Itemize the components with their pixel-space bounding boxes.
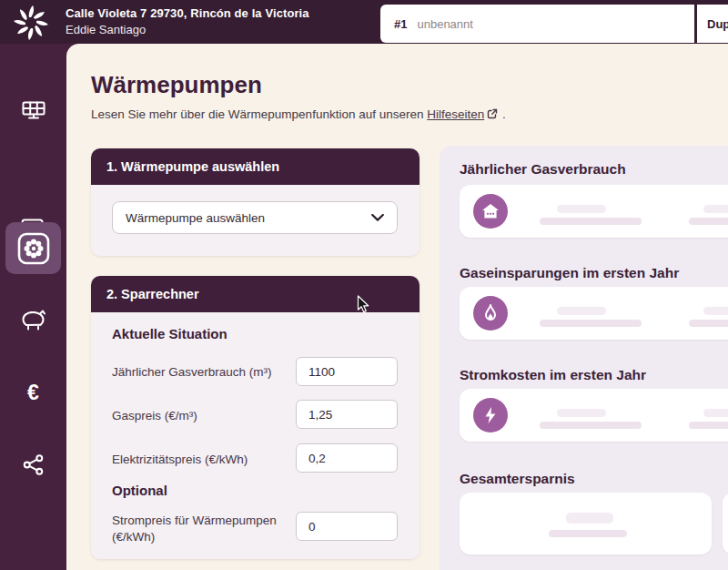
select-card-title: 1. Wärmepumpe auswählen: [91, 148, 420, 185]
flame-icon-circle: [473, 296, 508, 331]
result-card-gas-savings: [460, 287, 728, 340]
page-intro: Lesen Sie mehr über die Wärmepumpenfunkt…: [91, 107, 506, 122]
sidebar-nav: €: [0, 44, 66, 570]
result-card-electricity-costs: [460, 389, 728, 442]
current-situation-heading: Aktuelle Situation: [112, 326, 228, 341]
skeleton-line: [703, 307, 728, 315]
optional-heading: Optional: [112, 483, 167, 498]
external-link-icon: [487, 108, 498, 122]
help-pages-link[interactable]: Hilfeseiten: [427, 107, 484, 121]
skeleton-line: [703, 409, 728, 417]
skeleton-line: [689, 320, 728, 327]
gas-consumption-input[interactable]: [296, 357, 398, 386]
site-address: Calle Violeta 7 29730, Rincón de la Vict…: [66, 6, 309, 20]
savings-calculator-card: 2. Sparrechner Aktuelle Situation Jährli…: [91, 276, 420, 559]
house-icon-circle: [473, 194, 508, 229]
heat-pump-icon: [17, 232, 50, 265]
select-card-body: Wärmepumpe auswählen: [91, 185, 420, 256]
skeleton-line: [549, 530, 627, 537]
result-heading-gas-savings: Gaseinsparungen im ersten Jahr: [460, 265, 679, 281]
piggy-bank-icon: [20, 308, 47, 332]
gas-price-input[interactable]: [296, 400, 398, 429]
configuration-number: #1: [394, 17, 407, 31]
house-icon: [480, 202, 500, 220]
duplicate-button[interactable]: Dup: [697, 5, 728, 43]
skeleton-line: [689, 422, 728, 429]
electricity-price-input[interactable]: [296, 443, 398, 473]
solar-panel-icon: [21, 98, 46, 122]
top-header-bar: Calle Violeta 7 29730, Rincón de la Vict…: [0, 0, 728, 44]
skeleton-line: [540, 218, 642, 225]
skeleton-line: [557, 409, 606, 417]
skeleton-line: [540, 320, 642, 327]
sidebar-item-share[interactable]: [0, 453, 66, 476]
result-card-total-savings-next: [723, 493, 728, 555]
result-heading-gas-consumption: Jährlicher Gasverbrauch: [460, 161, 626, 178]
euro-icon: €: [27, 381, 39, 405]
heat-pump-electricity-price-input[interactable]: [296, 512, 398, 541]
gas-price-label: Gaspreis (€/m³): [112, 408, 290, 424]
electricity-price-label: Elektrizitätspreis (€/kWh): [112, 452, 290, 468]
lightning-icon: [483, 406, 498, 424]
sidebar-item-savings[interactable]: [0, 308, 66, 332]
flame-icon: [481, 303, 500, 323]
result-heading-electricity-costs: Stromkosten im ersten Jahr: [460, 367, 646, 383]
share-icon: [22, 453, 45, 476]
heat-pump-select[interactable]: Wärmepumpe auswählen: [112, 201, 398, 234]
calculator-card-title: 2. Sparrechner: [91, 276, 420, 312]
configuration-name-group: #1 Dup: [380, 5, 728, 43]
lightning-icon-circle: [473, 398, 508, 433]
site-owner-name: Eddie Santiago: [66, 23, 309, 36]
sidebar-item-solar[interactable]: [0, 98, 66, 122]
gas-consumption-label: Jährlicher Gasverbrauch (m³): [112, 364, 290, 381]
sidebar-item-tariffs[interactable]: €: [0, 381, 66, 405]
results-panel: Jährlicher Gasverbrauch Gaseinsparungen …: [440, 146, 728, 570]
skeleton-line: [557, 205, 606, 213]
site-info: Calle Violeta 7 29730, Rincón de la Vict…: [66, 6, 309, 36]
result-card-total-savings: [460, 493, 712, 555]
configuration-name-field[interactable]: #1: [380, 5, 694, 43]
result-heading-total-savings: Gesamtersparnis: [460, 471, 575, 487]
skeleton-line: [540, 422, 642, 429]
heat-pump-select-value: Wärmepumpe auswählen: [126, 211, 265, 225]
heat-pump-app: Calle Violeta 7 29730, Rincón de la Vict…: [0, 0, 728, 570]
chevron-down-icon: [371, 214, 384, 221]
skeleton-line: [566, 513, 613, 524]
skeleton-line: [689, 218, 728, 225]
intro-suffix: .: [499, 107, 506, 121]
skeleton-line: [703, 205, 728, 213]
calculator-card-body: Aktuelle Situation Jährlicher Gasverbrau…: [91, 312, 420, 559]
heat-pump-electricity-price-label: Strompreis für Wärmepumpen (€/kWh): [112, 513, 290, 545]
result-card-gas-consumption: [460, 185, 728, 238]
sidebar-item-heat-pump[interactable]: [5, 222, 61, 274]
intro-text: Lesen Sie mehr über die Wärmepumpenfunkt…: [91, 107, 423, 121]
skeleton-line: [557, 307, 606, 315]
select-heat-pump-card: 1. Wärmepumpe auswählen Wärmepumpe auswä…: [91, 148, 420, 256]
main-content: Wärmepumpen Lesen Sie mehr über die Wärm…: [66, 44, 728, 570]
app-logo-icon[interactable]: [11, 2, 51, 42]
page-title: Wärmepumpen: [91, 71, 262, 99]
configuration-name-input[interactable]: [417, 17, 672, 31]
